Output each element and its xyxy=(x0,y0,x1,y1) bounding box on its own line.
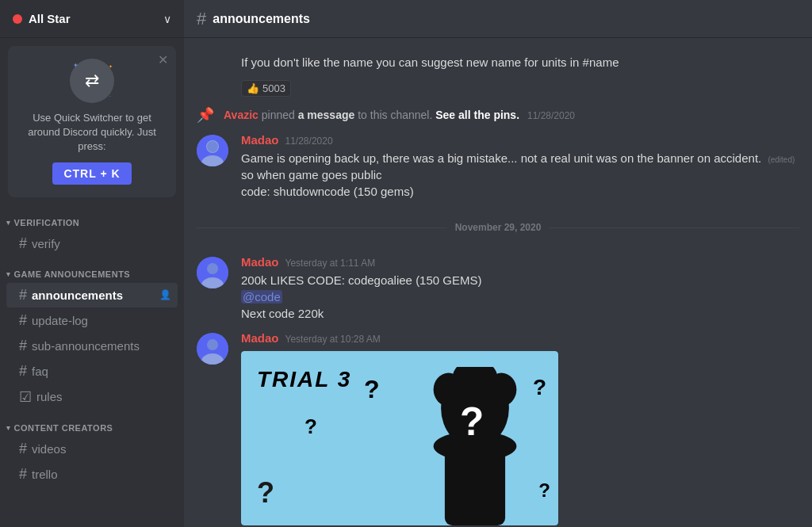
channel-item-trello[interactable]: # trello xyxy=(6,462,178,487)
message-group-madao-3: Madao Yesterday at 10:28 AM TRIAL 3 ? ? … xyxy=(184,328,812,527)
channel-name: update-log xyxy=(32,314,171,327)
main-content: # announcements If you don't like the na… xyxy=(184,0,812,527)
hash-icon: # xyxy=(19,312,27,329)
message-text: If you don't like the name you can sugge… xyxy=(241,54,799,71)
qmark-2: ? xyxy=(304,414,317,439)
sparkle-icon-tl: ✦ xyxy=(73,62,79,69)
category-label: GAME ANNOUNCEMENTS xyxy=(14,269,131,279)
message-text: Game is opening back up, there was a big… xyxy=(241,150,799,166)
date-line-right xyxy=(549,227,799,228)
edited-tag: (edited) xyxy=(768,155,795,164)
reaction-thumbsup[interactable]: 👍 5003 xyxy=(241,80,291,97)
date-divider: November 29, 2020 xyxy=(184,209,812,246)
channel-name: faq xyxy=(32,365,171,378)
message-author: Madao xyxy=(241,133,279,147)
message-group-madao-2: Madao Yesterday at 1:11 AM 200k LIKES CO… xyxy=(184,252,812,325)
channel-item-videos[interactable]: # videos xyxy=(6,437,178,461)
category-game-announcements[interactable]: ▾ GAME ANNOUNCEMENTS xyxy=(0,257,184,282)
channel-header-name: announcements xyxy=(213,12,310,26)
quick-switcher-icon: ✦ ✦ · ⇄ xyxy=(70,59,114,103)
sparkle-icon-tr: ✦ xyxy=(109,63,113,69)
check-icon: ☑ xyxy=(19,388,32,406)
message-content: Madao 11/28/2020 Game is opening back up… xyxy=(241,133,799,200)
message-group-madao-1: Madao 11/28/2020 Game is opening back up… xyxy=(184,130,812,203)
hash-icon: # xyxy=(197,9,206,29)
svg-point-3 xyxy=(207,141,218,152)
avatar-madao xyxy=(197,135,228,166)
channel-header: # announcements xyxy=(184,0,812,38)
chevron-icon: ▾ xyxy=(6,270,11,278)
channel-item-sub-announcements[interactable]: # sub-announcements xyxy=(6,334,178,358)
date-line xyxy=(197,227,447,228)
message-header: Madao Yesterday at 1:11 AM xyxy=(241,255,799,269)
channel-name: announcements xyxy=(32,288,159,302)
channel-item-update-log[interactable]: # update-log xyxy=(6,308,178,333)
quick-switcher-shortcut[interactable]: CTRL + K xyxy=(52,162,131,185)
qmark-1: ? xyxy=(364,375,380,404)
pin-text: Avazic pinned a message to this channel.… xyxy=(224,109,575,121)
message-content: Madao Yesterday at 1:11 AM 200k LIKES CO… xyxy=(241,255,799,322)
channel-name: verify xyxy=(32,237,171,250)
channel-item-verify[interactable]: # verify xyxy=(6,231,178,256)
pin-username: Avazic xyxy=(224,109,259,121)
message-timestamp: Yesterday at 10:28 AM xyxy=(285,334,381,345)
svg-text:?: ? xyxy=(460,399,484,443)
see-pins-link[interactable]: See all the pins. xyxy=(435,109,519,121)
thumbsup-emoji: 👍 xyxy=(247,82,259,94)
channel-item-announcements[interactable]: # announcements 👤 xyxy=(6,283,178,307)
sparkle-icon-br: · xyxy=(109,93,111,100)
arrows-icon: ⇄ xyxy=(85,71,99,91)
category-content-creators[interactable]: ▾ CONTENT CREATORS xyxy=(0,411,184,436)
channel-list: ▾ VERIFICATION # verify ▾ GAME ANNOUNCEM… xyxy=(0,205,184,527)
reaction-count: 5003 xyxy=(262,82,285,94)
svg-point-5 xyxy=(207,263,218,274)
trial-image: TRIAL 3 ? ? ? ? ? xyxy=(241,351,558,525)
category-verification[interactable]: ▾ VERIFICATION xyxy=(0,205,184,231)
category-label: VERIFICATION xyxy=(14,218,80,227)
hash-icon: # xyxy=(19,363,27,380)
pin-message-bold: a message xyxy=(298,109,355,121)
hash-icon: # xyxy=(19,338,27,354)
silhouette-svg: ? xyxy=(416,367,534,525)
server-name: All Star xyxy=(29,12,163,25)
message-text: 200k LIKES CODE: codegoaliee (150 GEMS) xyxy=(241,272,799,288)
quick-switcher-text: Use Quick Switcher to get around Discord… xyxy=(21,111,163,155)
message-text-2: so when game goes public xyxy=(241,166,799,183)
hash-icon: # xyxy=(19,441,27,457)
qmark-5: ? xyxy=(538,479,550,502)
category-label: CONTENT CREATORS xyxy=(14,423,113,433)
chevron-icon: ▾ xyxy=(6,424,11,432)
hash-icon: # xyxy=(19,466,27,483)
chevron-icon: ▾ xyxy=(6,219,11,227)
hash-icon: # xyxy=(19,287,27,304)
message-text-mention: @code xyxy=(241,288,799,305)
channel-name: trello xyxy=(32,468,171,481)
channel-name: sub-announcements xyxy=(32,339,171,353)
date-text: November 29, 2020 xyxy=(455,222,542,233)
messages-area[interactable]: If you don't like the name you can sugge… xyxy=(184,38,812,527)
message-timestamp: 11/28/2020 xyxy=(285,136,333,147)
message-header: Madao 11/28/2020 xyxy=(241,133,799,147)
notification-icon: 👤 xyxy=(159,289,171,300)
channel-name: rules xyxy=(36,390,171,403)
message-text-extra: Next code 220k xyxy=(241,305,799,322)
pin-timestamp: 11/28/2020 xyxy=(527,110,575,121)
avatar-madao-3 xyxy=(197,333,228,365)
pin-icon: 📌 xyxy=(197,106,214,124)
message-group: If you don't like the name you can sugge… xyxy=(184,51,812,100)
pin-text2: to this channel. xyxy=(358,109,435,121)
hash-icon: # xyxy=(19,235,27,252)
svg-point-8 xyxy=(207,339,218,350)
message-header: Madao Yesterday at 10:28 AM xyxy=(241,331,799,345)
avatar-madao-2 xyxy=(197,257,228,288)
pin-action: pinned xyxy=(262,109,298,121)
message-author: Madao xyxy=(241,331,279,345)
channel-item-faq[interactable]: # faq xyxy=(6,359,178,384)
message-content: If you don't like the name you can sugge… xyxy=(241,54,799,97)
pinned-message: 📌 Avazic pinned a message to this channe… xyxy=(184,103,812,127)
channel-item-rules[interactable]: ☑ rules xyxy=(6,384,178,410)
server-header[interactable]: All Star ∨ xyxy=(0,0,184,38)
mention-code[interactable]: @code xyxy=(241,290,282,304)
message-image: TRIAL 3 ? ? ? ? ? xyxy=(241,351,558,525)
close-button[interactable]: ✕ xyxy=(158,52,168,67)
